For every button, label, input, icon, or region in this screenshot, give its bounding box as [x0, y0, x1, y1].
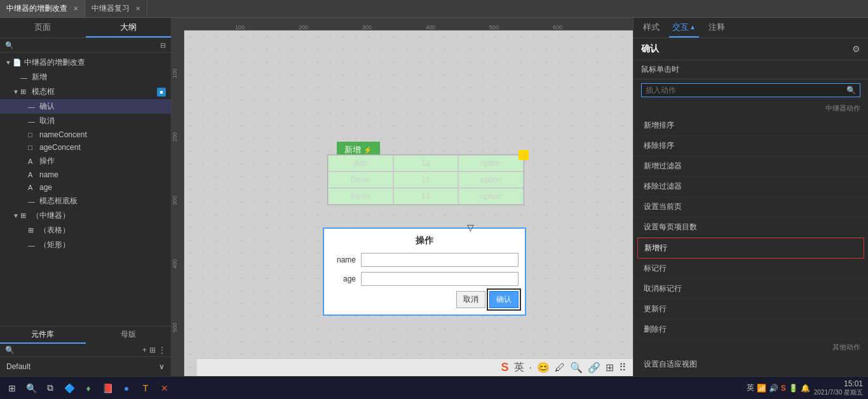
action-xinzeng-paixu[interactable]: 新增排序 — [634, 116, 868, 136]
tab-component-lib[interactable]: 元件库 — [0, 327, 86, 344]
action-unmark-row[interactable]: 取消标记行 — [634, 279, 868, 299]
add-component-icon[interactable]: + — [142, 346, 147, 355]
taskbar-vs-icon[interactable]: 🔷 — [62, 381, 76, 395]
taskbar-app1-icon[interactable]: ♦ — [81, 381, 95, 395]
tree-expand-arrow[interactable]: ▼ — [5, 59, 13, 66]
canvas-area: 100 200 300 400 500 600 100 200 300 400 … — [172, 18, 633, 376]
taskbar-task-view-icon[interactable]: ⧉ — [43, 381, 57, 395]
tree-item-age-text[interactable]: A age — [0, 181, 171, 194]
modal-name-label: name — [330, 255, 356, 264]
action-mark-row[interactable]: 标记行 — [634, 259, 868, 279]
table-row: Devin 11 option — [328, 172, 524, 188]
section-expand-icon[interactable]: ∨ — [159, 362, 165, 371]
taskbar-app4-icon[interactable]: ✕ — [158, 381, 172, 395]
table-cell-name-0: Bob — [328, 155, 393, 172]
tree-label-table: （表格） — [39, 225, 166, 236]
canvas-braille-icon[interactable]: ⠿ — [619, 362, 627, 374]
tab-close-1[interactable]: ✕ — [73, 5, 78, 12]
tree-item-confirm[interactable]: — 确认 — [0, 99, 171, 114]
taskbar-battery-icon[interactable]: 🔋 — [789, 384, 798, 393]
table-cell-option-0[interactable]: option — [458, 155, 524, 172]
modal-cancel-button[interactable]: 取消 — [456, 291, 485, 308]
grid-view-icon[interactable]: ⊞ — [149, 346, 156, 355]
taskbar-notification-icon[interactable]: 🔔 — [801, 384, 810, 393]
tab-outline[interactable]: 大纲 — [86, 18, 172, 37]
action-adaptive-view[interactable]: 设置自适应视图 — [634, 355, 868, 374]
taskbar-lang-icon[interactable]: 英 — [747, 382, 754, 393]
tree-item-modal-group[interactable]: ▼ ⊞ 模态框 ■ — [0, 85, 171, 99]
tree-label-name: name — [39, 170, 166, 179]
taskbar-datetime: 15:01 2021/7/30 星期五 — [814, 379, 863, 397]
tree-item-caozuo-text[interactable]: A 操作 — [0, 154, 171, 168]
canvas-link-icon[interactable]: 🔗 — [588, 362, 600, 374]
tree-item-xinzeng[interactable]: — 新增 — [0, 70, 171, 85]
tree-item-repeater-group[interactable]: ▼ ⊞ （中继器） — [0, 208, 171, 223]
taskbar-start-icon[interactable]: ⊞ — [5, 381, 19, 395]
tab-pages[interactable]: 页面 — [0, 18, 86, 37]
modal-age-label: age — [330, 274, 356, 283]
modal-arrow-icon: ▽ — [467, 222, 474, 233]
tree-item-modal-base[interactable]: — 模态框底板 — [0, 194, 171, 208]
taskbar-left: ⊞ 🔍 ⧉ 🔷 ♦ 📕 ● T ✕ — [0, 381, 177, 395]
component-search-input[interactable] — [17, 346, 140, 355]
taskbar-chrome-icon[interactable]: ● — [119, 381, 133, 395]
tab-close-2[interactable]: ✕ — [135, 5, 140, 12]
canvas-edit-icon[interactable]: 🖊 — [555, 362, 565, 374]
taskbar-wifi-icon[interactable]: 📶 — [757, 384, 766, 393]
tree-item-ageconcent[interactable]: □ ageConcent — [0, 141, 171, 154]
tree-item-nameconcent[interactable]: □ nameConcent — [0, 128, 171, 141]
modal-age-input[interactable] — [361, 272, 519, 286]
more-icon[interactable]: ⋮ — [158, 346, 166, 355]
action-xinzeng-row[interactable]: 新增行 — [637, 238, 864, 259]
settings-icon[interactable]: ⚙ — [852, 44, 860, 54]
tab-style[interactable]: 样式 — [640, 18, 663, 37]
ruler-marks-h: 100 200 300 400 500 600 — [184, 18, 633, 30]
taskbar-app2-icon[interactable]: 📕 — [100, 381, 114, 395]
outline-search-input[interactable] — [17, 41, 158, 50]
table-row: Bob 12 option — [328, 155, 524, 172]
taskbar-app3-icon[interactable]: T — [139, 381, 153, 395]
tree-item-rect[interactable]: — （矩形） — [0, 238, 171, 252]
tree-item-name-text[interactable]: A name — [0, 168, 171, 181]
tree-label-modal: 模态框 — [32, 86, 154, 97]
canvas-bottom-bar: S 英 · 😊 🖊 🔍 🔗 ⊞ ⠿ — [197, 358, 633, 376]
tab-repeater-review[interactable]: 中继器复习 ✕ — [85, 0, 147, 17]
tree-item-table[interactable]: ⊞ （表格） — [0, 223, 171, 238]
action-search-input[interactable] — [646, 86, 846, 95]
table-cell-option-1[interactable]: option — [458, 172, 524, 188]
relay-section-label: 中继器动作 — [634, 101, 868, 116]
right-panel-header: 确认 ⚙ — [634, 38, 868, 60]
action-yichu-filter[interactable]: 移除过滤器 — [634, 177, 868, 197]
canvas-emoji-icon[interactable]: 😊 — [537, 362, 550, 374]
left-panel: 页面 大纲 🔍 ⊟ ▼ 📄 中继器的增删改查 — 新增 — [0, 18, 172, 376]
canvas-widgets: 新增 ⚡ ⚡ Bob 12 option — [184, 30, 633, 376]
modal-name-input[interactable] — [361, 253, 519, 267]
taskbar-s-icon[interactable]: S — [781, 384, 786, 393]
action-delete-row[interactable]: 删除行 — [634, 320, 868, 340]
action-set-page-size[interactable]: 设置每页项目数 — [634, 217, 868, 238]
action-set-current-page[interactable]: 设置当前页 — [634, 197, 868, 217]
table-widget: ⚡ Bob 12 option Devin 11 option — [327, 154, 524, 205]
action-yichu-paixu[interactable]: 移除排序 — [634, 136, 868, 156]
tab-master[interactable]: 母版 — [86, 327, 172, 344]
canvas-search-icon[interactable]: 🔍 — [570, 362, 583, 374]
canvas-lang-icon[interactable]: 英 — [514, 361, 524, 374]
tree-item-cancel[interactable]: — 取消 — [0, 114, 171, 128]
event-trigger: 鼠标单击时 — [634, 60, 868, 79]
canvas-grid-icon[interactable]: ⊞ — [606, 362, 614, 374]
action-xinzeng-filter[interactable]: 新增过滤器 — [634, 156, 868, 177]
taskbar-search-icon[interactable]: 🔍 — [24, 381, 38, 395]
canvas-s-icon[interactable]: S — [501, 361, 509, 374]
tab-interaction[interactable]: 交互 ▲ — [669, 18, 699, 37]
table-cell-option-2[interactable]: option — [458, 188, 524, 205]
modal-confirm-button[interactable]: 确认 — [489, 291, 519, 308]
tab-repeater-crud[interactable]: 中继器的增删改查 ✕ — [0, 0, 85, 17]
table-cell-name-2: Kevin — [328, 188, 393, 205]
action-update-row[interactable]: 更新行 — [634, 299, 868, 320]
taskbar-speaker-icon[interactable]: 🔊 — [769, 384, 778, 393]
tree-item-page[interactable]: ▼ 📄 中继器的增删改查 — [0, 55, 171, 70]
canvas-dot-icon[interactable]: · — [529, 362, 532, 374]
tab-annotation[interactable]: 注释 — [705, 18, 728, 37]
modal-widget: ▽ 操作 name age 取消 确认 — [323, 227, 526, 316]
filter-icon[interactable]: ⊟ — [160, 41, 166, 50]
